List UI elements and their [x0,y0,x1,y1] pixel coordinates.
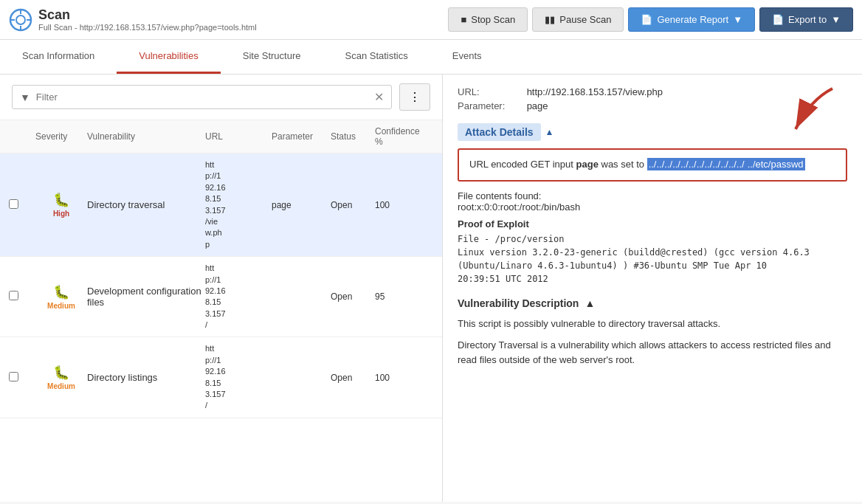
file-contents-label: File contents found: [458,190,541,201]
severity-badge-medium: 🐛 Medium [35,365,87,390]
vuln-desc-title-text: Vulnerability Description [458,297,579,309]
confidence-cell: 100 [375,200,427,210]
filter-clear-button[interactable]: ✕ [374,90,384,104]
proof-of-exploit-section: Proof of Exploit File - /proc/version Li… [458,218,847,286]
attack-details-title: Attack Details [458,123,541,141]
pause-icon: ▮▮ [545,14,555,25]
proof-title: Proof of Exploit [458,218,847,229]
status-cell: Open [331,291,375,302]
vuln-desc-toggle-icon: ▲ [585,297,595,309]
vulnerability-table: Severity Vulnerability URL Parameter Sta… [0,120,442,502]
header: Scan Full Scan - http://192.168.153.157/… [0,0,862,40]
col-confidence: Confidence % [375,126,427,147]
stop-icon: ■ [461,14,466,25]
table-row[interactable]: 🐛 Medium Directory listings http://192.1… [0,337,442,418]
tab-scan-information[interactable]: Scan Information [0,40,117,74]
filter-input-wrap: ▼ ✕ [12,85,392,109]
columns-button[interactable]: ⋮ [399,83,430,111]
tab-events[interactable]: Events [430,40,504,74]
report-dropdown-icon: ▼ [733,14,742,25]
col-url: URL [205,126,272,147]
report-icon: 📄 [641,14,652,25]
vulnerability-name: Development configuration files [87,286,205,308]
tab-scan-statistics[interactable]: Scan Statistics [323,40,430,74]
pause-scan-button[interactable]: ▮▮ Pause Scan [532,7,624,32]
header-buttons: ■ Stop Scan ▮▮ Pause Scan 📄 Generate Rep… [448,7,853,32]
parameter-label: Parameter: [458,100,524,111]
tab-bar: Scan Information Vulnerabilities Site St… [0,40,862,75]
col-parameter: Parameter [272,126,331,147]
header-title: Scan [38,7,257,23]
attack-text-mid: was set to [599,159,647,170]
attack-text-prefix: URL encoded GET input [469,159,576,170]
header-title-group: Scan Full Scan - http://192.168.153.157/… [38,7,257,32]
row-checkbox[interactable] [9,291,35,303]
export-icon: 📄 [772,14,784,25]
url-cell: http://192.168.153.157/ [205,343,272,411]
attack-box: URL encoded GET input page was set to ..… [458,148,847,182]
row-checkbox[interactable] [9,199,35,211]
severity-icon-high: 🐛 [53,192,69,208]
table-row[interactable]: 🐛 Medium Development configuration files… [0,257,442,337]
confidence-cell: 100 [375,373,427,383]
tab-vulnerabilities[interactable]: Vulnerabilities [117,40,220,74]
col-vulnerability: Vulnerability [87,126,205,147]
header-subtitle: Full Scan - http://192.168.153.157/view.… [38,23,257,32]
tab-site-structure[interactable]: Site Structure [221,40,323,74]
export-button[interactable]: 📄 Export to ▼ [759,7,853,32]
col-status: Status [331,126,375,147]
left-panel: ▼ ✕ ⋮ Severity Vulnerability URL Paramet… [0,75,443,502]
table-row[interactable]: 🐛 High Directory traversal http://192.16… [0,153,442,257]
severity-icon-medium: 🐛 [53,284,69,300]
row-checkbox-input[interactable] [9,291,18,300]
generate-report-button[interactable]: 📄 Generate Report ▼ [628,7,755,32]
attack-path: ../etc/passwd [746,158,805,170]
right-panel: URL: http://192.168.153.157/view.php Par… [443,75,862,502]
severity-label: Medium [47,382,75,390]
table-header: Severity Vulnerability URL Parameter Sta… [0,120,442,153]
url-detail-field: URL: http://192.168.153.157/view.php [458,86,847,97]
filter-bar: ▼ ✕ ⋮ [0,75,442,120]
header-logo-section: Scan Full Scan - http://192.168.153.157/… [9,7,442,32]
vulnerability-name: Directory listings [87,372,205,383]
row-checkbox[interactable] [9,372,35,384]
url-label: URL: [458,86,524,97]
severity-label: High [53,210,69,218]
vuln-desc-text-1: This script is possibly vulnerable to di… [458,317,847,332]
vuln-desc-text-2: Directory Traversal is a vulnerability w… [458,338,847,369]
proof-code: Linux version 3.2.0-23-generic (buildd@c… [458,246,847,286]
pause-label: Pause Scan [559,14,611,25]
parameter-cell: page [272,200,331,210]
attack-details-toggle-icon: ▲ [545,127,554,137]
filter-input[interactable] [36,92,368,103]
severity-badge-high: 🐛 High [35,192,87,218]
attack-details-section-header[interactable]: Attack Details ▲ [458,123,847,141]
col-checkbox [9,126,35,147]
severity-label: Medium [47,302,75,310]
report-label: Generate Report [657,14,728,25]
attack-payload: ../../../../../../../../../../../../ [647,158,746,170]
vulnerability-name: Directory traversal [87,199,205,210]
url-cell: http://192.168.153.157/view.php [205,159,272,250]
columns-icon: ⋮ [409,91,421,103]
vuln-description-section: Vulnerability Description ▲ This script … [458,297,847,368]
export-dropdown-icon: ▼ [831,14,841,25]
vuln-desc-header[interactable]: Vulnerability Description ▲ [458,297,847,309]
url-value: http://192.168.153.157/view.php [527,86,663,97]
severity-icon-medium: 🐛 [53,365,69,381]
filter-icon: ▼ [20,92,30,103]
proof-file: File - /proc/version [458,232,847,246]
row-checkbox-input[interactable] [9,199,18,209]
col-severity: Severity [35,126,87,147]
row-checkbox-input[interactable] [9,372,18,382]
severity-badge-medium: 🐛 Medium [35,284,87,310]
status-cell: Open [331,373,375,383]
file-contents-value: root:x:0:0:root:/root:/bin/bash [458,201,580,213]
file-contents-section: File contents found: root:x:0:0:root:/ro… [458,190,847,213]
parameter-value: page [527,100,548,111]
stop-scan-button[interactable]: ■ Stop Scan [448,7,528,32]
svg-point-1 [16,15,25,24]
export-label: Export to [788,14,827,25]
url-cell: http://192.168.153.157/ [205,263,272,331]
status-cell: Open [331,200,375,210]
